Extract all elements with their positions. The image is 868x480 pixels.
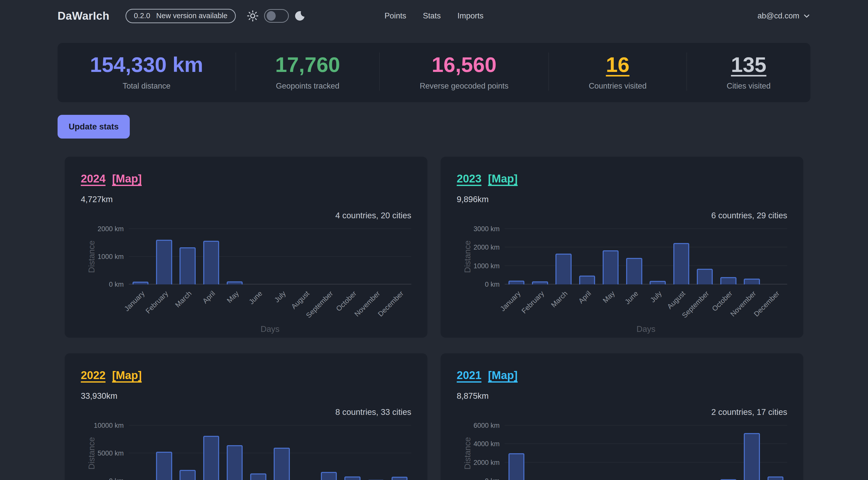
bar-slot (152, 229, 176, 284)
year-card-title: 2021 [Map] (457, 369, 787, 382)
bar-november[interactable] (744, 433, 760, 480)
nav-link-imports[interactable]: Imports (458, 11, 484, 20)
stat-value[interactable]: 135 (731, 53, 766, 77)
stat-cell: 16 Countries visited (548, 53, 686, 91)
bar-slot (528, 425, 552, 480)
bar-slot (505, 425, 528, 480)
bar-january[interactable] (132, 282, 149, 284)
stat-label: Geopoints tracked (241, 82, 374, 91)
sun-icon (247, 10, 258, 22)
y-axis-title-text: Distance (463, 241, 472, 273)
bar-april[interactable] (579, 276, 595, 284)
theme-toggle-switch[interactable] (264, 9, 289, 23)
x-tick-label: January (123, 289, 146, 313)
year-link[interactable]: 2023 (457, 172, 482, 185)
bar-july[interactable] (274, 448, 289, 480)
bar-slot (764, 425, 787, 480)
y-tick-label: 5000 km (97, 449, 124, 457)
monthly-distance-chart: Distance0 km1000 km2000 kmJanuaryFebruar… (81, 229, 411, 334)
bars-layer (505, 229, 787, 284)
bar-slot (670, 425, 693, 480)
bar-slot (176, 229, 199, 284)
chart-plot-area: Distance0 km5000 km10000 kmJanuaryFebrua… (129, 425, 411, 480)
bar-february[interactable] (532, 281, 548, 284)
x-tick-label: February (144, 289, 170, 315)
bar-slot (552, 425, 576, 480)
year-countries-cities: 4 countries, 20 cities (81, 211, 411, 220)
bar-march[interactable] (180, 470, 195, 480)
bar-february[interactable] (156, 452, 172, 480)
x-tick-label: October (710, 289, 734, 313)
x-tick-label: July (649, 289, 663, 304)
bar-august[interactable] (673, 243, 689, 284)
user-menu[interactable]: ab@cd.com (757, 11, 810, 21)
nav-link-stats[interactable]: Stats (423, 11, 441, 20)
update-stats-button[interactable]: Update stats (58, 115, 130, 138)
y-tick-label: 0 km (485, 477, 500, 480)
year-card: 2023 [Map] 9,896km 6 countries, 29 citie… (440, 157, 803, 338)
y-axis-title: Distance (463, 425, 472, 480)
bar-slot (388, 229, 411, 284)
y-axis-title: Distance (87, 425, 96, 480)
bar-march[interactable] (555, 254, 571, 284)
bar-slot (716, 229, 740, 284)
y-tick-label: 1000 km (97, 253, 124, 261)
bar-september[interactable] (321, 472, 337, 480)
bar-december[interactable] (392, 477, 407, 480)
year-cards-grid: 2024 [Map] 4,727km 4 countries, 20 citie… (65, 157, 803, 480)
x-tick-label: April (201, 289, 217, 305)
bar-january[interactable] (508, 281, 524, 284)
bar-may[interactable] (603, 250, 619, 284)
year-total-distance: 9,896km (457, 195, 787, 204)
bar-february[interactable] (156, 240, 172, 284)
y-tick-label: 10000 km (94, 422, 124, 429)
year-map-link[interactable]: [Map] (112, 172, 142, 185)
stat-value[interactable]: 16 (606, 53, 629, 77)
x-tick-label: February (520, 289, 546, 315)
version-badge[interactable]: 0.2.0 New version available (125, 9, 236, 23)
x-tick-label: July (273, 289, 287, 304)
theme-toggle-knob (267, 11, 276, 21)
bar-september[interactable] (697, 269, 713, 284)
year-countries-cities: 6 countries, 29 cities (457, 211, 787, 220)
bar-october[interactable] (720, 277, 736, 284)
bar-november[interactable] (744, 279, 760, 284)
year-link[interactable]: 2022 (81, 369, 105, 382)
year-link[interactable]: 2021 (457, 369, 482, 382)
year-map-link[interactable]: [Map] (488, 369, 518, 382)
actions-row: Update stats (58, 115, 810, 138)
y-tick-label: 2000 km (473, 244, 500, 251)
stat-value: 17,760 (275, 53, 340, 77)
bar-may[interactable] (227, 445, 243, 480)
bar-slot (246, 229, 270, 284)
version-number: 0.2.0 (134, 11, 150, 20)
bar-march[interactable] (180, 247, 195, 284)
x-tick-label: November (353, 289, 382, 318)
bar-june[interactable] (250, 474, 266, 480)
year-map-link[interactable]: [Map] (112, 369, 142, 382)
bar-april[interactable] (203, 436, 219, 480)
bars-layer (505, 425, 787, 480)
bar-slot (622, 425, 646, 480)
bar-january[interactable] (508, 453, 524, 480)
year-card-title: 2022 [Map] (81, 369, 411, 382)
stat-label: Cities visited (692, 82, 805, 91)
bar-june[interactable] (626, 258, 642, 284)
year-card: 2022 [Map] 33,930km 8 countries, 33 citi… (65, 353, 428, 480)
bar-slot (388, 425, 411, 480)
bar-october[interactable] (344, 477, 360, 480)
bar-july[interactable] (650, 281, 665, 284)
x-tick-label: January (499, 289, 522, 313)
bar-may[interactable] (227, 281, 243, 284)
bar-slot (246, 425, 270, 480)
bar-december[interactable] (768, 477, 783, 480)
chevron-down-icon (803, 12, 810, 20)
bar-april[interactable] (203, 241, 219, 284)
version-message: New version available (156, 11, 227, 20)
year-link[interactable]: 2024 (81, 172, 105, 185)
y-tick-label: 2000 km (473, 458, 500, 467)
nav-link-points[interactable]: Points (384, 11, 406, 20)
chart-plot-area: Distance0 km1000 km2000 kmJanuaryFebruar… (129, 229, 411, 284)
bar-slot (716, 425, 740, 480)
year-map-link[interactable]: [Map] (488, 172, 518, 185)
